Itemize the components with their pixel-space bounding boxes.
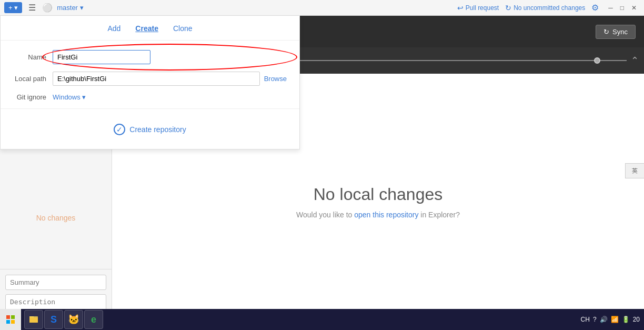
titlebar-left: + ▾ ☰ ⚪ master ▾	[4, 2, 84, 14]
pull-request-button[interactable]: ↩ Pull request	[457, 4, 499, 12]
name-input-wrapper	[53, 50, 287, 64]
no-local-changes-title: No local changes	[314, 185, 442, 204]
taskbar-app-browser[interactable]: e	[84, 310, 103, 329]
minimize-button[interactable]: ─	[605, 3, 616, 13]
check-circle-icon: ✓	[114, 124, 125, 135]
taskbar-apps: S 🐱 e	[21, 310, 106, 329]
ch-label: CH	[581, 316, 590, 323]
start-button[interactable]	[0, 309, 21, 330]
taskbar-app-files[interactable]	[24, 310, 43, 329]
settings-button[interactable]: ⚙	[591, 3, 599, 13]
svg-rect-3	[11, 320, 15, 324]
gitignore-row: Git ignore Windows ▾	[13, 93, 287, 101]
taskbar-time: 20	[633, 316, 640, 323]
no-local-changes-subtitle: Would you like to open this repository i…	[296, 211, 460, 219]
tab-create[interactable]: Create	[133, 23, 160, 34]
name-input[interactable]	[53, 50, 150, 64]
create-repo-label: Create repository	[129, 125, 186, 134]
uncommitted-label: No uncommitted changes	[514, 4, 585, 12]
window-controls: ─ □ ✕	[605, 3, 640, 13]
cat-icon: 🐱	[68, 314, 79, 325]
sync-button[interactable]: ↻ Sync	[596, 25, 636, 39]
tab-clone[interactable]: Clone	[171, 23, 195, 34]
browse-button[interactable]: Browse	[264, 75, 287, 83]
language-icon[interactable]: 英	[625, 163, 644, 178]
no-changes-text: No changes	[36, 214, 76, 222]
gitignore-dropdown[interactable]: Windows ▾	[53, 93, 86, 101]
sidebar-toggle-button[interactable]: ☰	[26, 2, 38, 14]
windows-icon	[6, 315, 15, 324]
uncommitted-button[interactable]: ↻ No uncommitted changes	[505, 4, 585, 12]
divider	[1, 108, 299, 109]
create-repo-area: ✓ Create repository	[1, 114, 299, 138]
localpath-row: Local path Browse	[13, 72, 287, 86]
subtitle-end: in Explorer?	[420, 211, 460, 219]
tab-add[interactable]: Add	[105, 23, 123, 34]
graph-arrow-icon[interactable]: ⌃	[631, 55, 639, 66]
name-row: Name	[13, 50, 287, 64]
branch-button[interactable]: master ▾	[57, 4, 83, 12]
summary-input[interactable]	[5, 275, 106, 290]
svg-rect-2	[6, 320, 10, 324]
network-icon[interactable]: 📶	[611, 316, 619, 323]
graph-dot	[594, 57, 600, 64]
uncommitted-icon: ↻	[505, 4, 511, 12]
titlebar-right: ↩ Pull request ↻ No uncommitted changes …	[457, 3, 640, 13]
subtitle-start: Would you like to	[296, 211, 352, 219]
name-label: Name	[13, 53, 53, 61]
taskbar-app-cat[interactable]: 🐱	[64, 310, 83, 329]
svg-rect-0	[6, 315, 10, 319]
close-button[interactable]: ✕	[628, 3, 640, 13]
dropdown-tabs: Add Create Clone	[1, 16, 299, 41]
branch-name: master ▾	[57, 4, 83, 12]
taskbar: S 🐱 e CH ? 🔊 📶 🔋 20	[0, 309, 644, 330]
files-icon	[28, 314, 39, 325]
svg-rect-1	[11, 315, 15, 319]
speaker-icon[interactable]: 🔊	[600, 316, 608, 323]
svg-rect-6	[29, 317, 38, 323]
battery-icon[interactable]: 🔋	[622, 316, 630, 323]
sync-label: Sync	[612, 28, 628, 36]
create-form: Name Local path Browse Git ignore Window…	[1, 41, 299, 101]
pull-request-label: Pull request	[466, 4, 499, 12]
simsun-icon: S	[51, 314, 57, 325]
sync-icon: ↻	[603, 28, 609, 36]
taskbar-app-simsun[interactable]: S	[44, 310, 63, 329]
restore-button[interactable]: □	[617, 3, 627, 13]
pull-request-icon: ↩	[457, 4, 464, 12]
localpath-input[interactable]	[53, 72, 260, 86]
taskbar-right: CH ? 🔊 📶 🔋 20	[581, 316, 644, 323]
gitignore-label: Git ignore	[13, 93, 53, 101]
add-button[interactable]: + ▾	[4, 2, 22, 13]
browser-icon: e	[91, 314, 96, 325]
titlebar: + ▾ ☰ ⚪ master ▾ ↩ Pull request ↻ No unc…	[0, 0, 644, 16]
help-icon[interactable]: ?	[593, 316, 597, 323]
no-changes-area: No changes	[0, 167, 112, 269]
localpath-label: Local path	[13, 75, 53, 83]
branch-icon: ⚪	[42, 3, 53, 13]
create-repo-panel: Add Create Clone Name Local path Browse …	[0, 16, 300, 149]
open-repo-link[interactable]: open this repository	[354, 211, 418, 219]
create-repository-button[interactable]: ✓ Create repository	[114, 124, 186, 135]
